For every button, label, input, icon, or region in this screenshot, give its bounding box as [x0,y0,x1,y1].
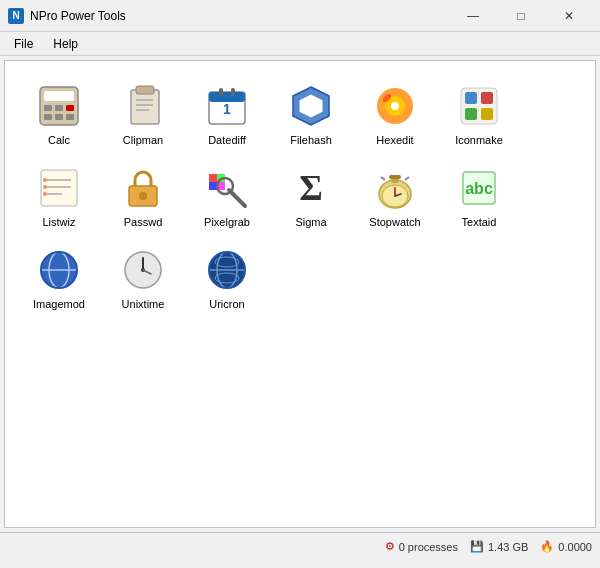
svg-rect-5 [44,114,52,120]
memory-icon: 💾 [470,540,484,553]
svg-rect-8 [131,90,159,124]
tool-icon-clipman [119,82,167,130]
tool-item-unixtime[interactable]: Unixtime [103,239,183,317]
tool-label-stopwatch: Stopwatch [369,216,420,228]
tool-label-sigma: Sigma [295,216,326,228]
tool-icon-passwd [119,164,167,212]
svg-text:abc: abc [465,180,493,197]
menu-file[interactable]: File [4,35,43,53]
tool-icon-hexedit [371,82,419,130]
tool-icon-unixtime [119,246,167,294]
tool-label-datediff: Datediff [208,134,246,146]
tool-icon-calc [35,82,83,130]
svg-point-22 [391,102,399,110]
status-bar: ⚙ 0 processes 💾 1.43 GB 🔥 0.0000 [0,532,600,560]
menu-bar: File Help [0,32,600,56]
svg-point-35 [43,192,47,196]
svg-point-37 [139,192,147,200]
tool-item-stopwatch[interactable]: Stopwatch [355,157,435,235]
window-controls: — □ ✕ [450,3,592,29]
tool-icon-iconmake [455,82,503,130]
tool-label-listwiz: Listwiz [42,216,75,228]
cpu-status: 🔥 0.0000 [540,540,592,553]
svg-rect-27 [465,108,477,120]
processes-label: 0 processes [399,541,458,553]
menu-help[interactable]: Help [43,35,88,53]
tool-item-listwiz[interactable]: Listwiz [19,157,99,235]
svg-rect-3 [55,105,63,111]
cpu-label: 0.0000 [558,541,592,553]
tool-label-textaid: Textaid [462,216,497,228]
svg-point-33 [43,178,47,182]
tool-icon-datediff: 1 [203,82,251,130]
svg-line-52 [405,177,409,180]
svg-rect-6 [55,114,63,120]
title-bar: N NPro Power Tools — □ ✕ [0,0,600,32]
tool-icon-sigma: Σ [287,164,335,212]
svg-text:Σ: Σ [299,168,323,208]
memory-label: 1.43 GB [488,541,528,553]
svg-point-34 [43,185,47,189]
memory-status: 💾 1.43 GB [470,540,528,553]
tool-label-filehash: Filehash [290,134,332,146]
tool-item-datediff[interactable]: 1Datediff [187,75,267,153]
svg-rect-16 [231,88,235,96]
svg-rect-28 [481,108,493,120]
svg-line-51 [381,177,385,180]
tool-item-filehash[interactable]: Filehash [271,75,351,153]
svg-rect-26 [481,92,493,104]
window-title: NPro Power Tools [30,9,450,23]
tool-label-uricron: Uricron [209,298,244,310]
tool-icon-pixelgrab [203,164,251,212]
maximize-button[interactable]: □ [498,3,544,29]
svg-rect-2 [44,105,52,111]
svg-rect-38 [209,174,217,182]
svg-rect-50 [389,175,401,179]
minimize-button[interactable]: — [450,3,496,29]
tool-icon-textaid: abc [455,164,503,212]
svg-text:1: 1 [223,101,231,117]
tool-label-iconmake: Iconmake [455,134,503,146]
svg-rect-9 [136,86,154,94]
tool-grid: CalcClipman1DatediffFilehashHexeditIconm… [15,71,585,321]
tool-icon-uricron [203,246,251,294]
svg-rect-7 [66,114,74,120]
tool-item-iconmake[interactable]: Iconmake [439,75,519,153]
tool-item-passwd[interactable]: Passwd [103,157,183,235]
app-icon: N [8,8,24,24]
tool-label-calc: Calc [48,134,70,146]
svg-rect-25 [465,92,477,104]
tool-item-hexedit[interactable]: Hexedit [355,75,435,153]
tool-label-imagemod: Imagemod [33,298,85,310]
svg-rect-15 [219,88,223,96]
tool-item-uricron[interactable]: Uricron [187,239,267,317]
tool-item-imagemod[interactable]: Imagemod [19,239,99,317]
tool-label-unixtime: Unixtime [122,298,165,310]
processes-status: ⚙ 0 processes [385,540,458,553]
svg-rect-4 [66,105,74,111]
tool-item-textaid[interactable]: abcTextaid [439,157,519,235]
processes-icon: ⚙ [385,540,395,553]
tool-item-pixelgrab[interactable]: Pixelgrab [187,157,267,235]
svg-rect-1 [44,91,74,101]
tool-icon-filehash [287,82,335,130]
tool-label-passwd: Passwd [124,216,163,228]
tool-item-sigma[interactable]: ΣSigma [271,157,351,235]
tool-item-calc[interactable]: Calc [19,75,99,153]
tool-label-clipman: Clipman [123,134,163,146]
tool-icon-imagemod [35,246,83,294]
tool-label-hexedit: Hexedit [376,134,413,146]
cpu-icon: 🔥 [540,540,554,553]
tool-icon-stopwatch [371,164,419,212]
close-button[interactable]: ✕ [546,3,592,29]
main-content: CalcClipman1DatediffFilehashHexeditIconm… [4,60,596,528]
tool-label-pixelgrab: Pixelgrab [204,216,250,228]
tool-item-clipman[interactable]: Clipman [103,75,183,153]
tool-icon-listwiz [35,164,83,212]
